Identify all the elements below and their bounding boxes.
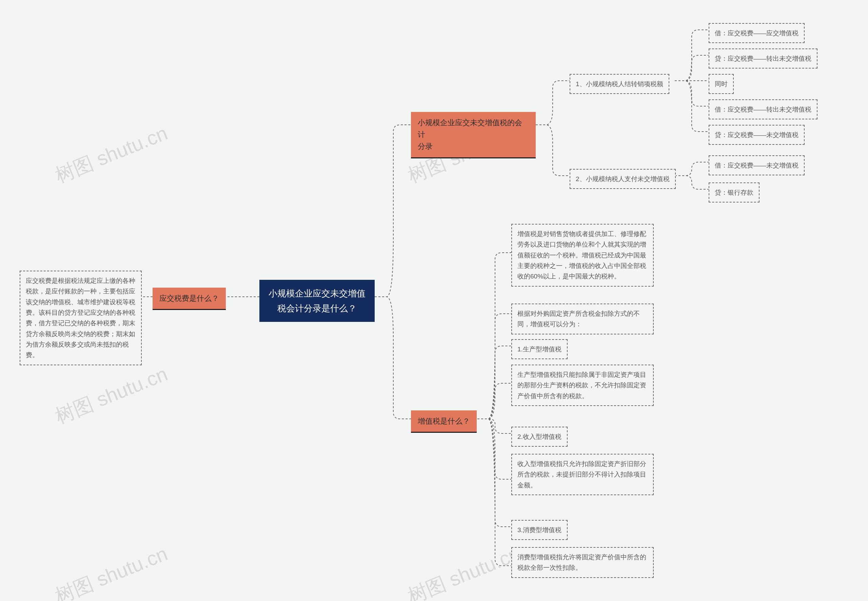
leaf-left-detail: 应交税费是根据税法规定应上缴的各种税款，是应付账款的一种，主要包括应该交纳的增值…	[20, 271, 142, 365]
r2-item-0: 增值税是对销售货物或者提供加工、修理修配劳务以及进口货物的单位和个人就其实现的增…	[511, 224, 654, 287]
sub1-item-4: 贷：应交税费——未交增值税	[709, 125, 805, 145]
sub1-item-3: 借：应交税费——转出未交增值税	[709, 99, 818, 119]
r2-item-3: 生产型增值税指只能扣除属于非固定资产项目的那部分生产资料的税款，不允许扣除固定资…	[511, 365, 654, 406]
branch-left[interactable]: 应交税费是什么？	[152, 288, 226, 310]
r2-item-1: 根据对外购固定资产所含税金扣除方式的不同，增值税可以分为：	[511, 304, 654, 334]
r2-item-4: 2.收入型增值税	[511, 427, 568, 447]
branch-right1[interactable]: 小规模企业应交未交增值税的会计分录	[411, 112, 536, 159]
root-node[interactable]: 小规模企业应交未交增值税会计分录是什么？	[259, 280, 375, 322]
branch-right2[interactable]: 增值税是什么？	[411, 410, 477, 433]
sub2-label[interactable]: 2、小规模纳税人支付未交增值税	[570, 169, 676, 189]
watermark: 树图 shutu.cn	[51, 120, 172, 189]
r2-item-2: 1.生产型增值税	[511, 339, 568, 359]
sub1-item-1: 贷：应交税费——转出未交增值税	[709, 49, 818, 69]
r2-item-6: 3.消费型增值税	[511, 520, 568, 540]
watermark: 树图 shutu.cn	[51, 361, 172, 430]
sub1-item-0: 借：应交税费——应交增值税	[709, 23, 805, 43]
sub1-label[interactable]: 1、小规模纳税人结转销项税额	[570, 74, 669, 94]
r2-item-7: 消费型增值税指允许将固定资产价值中所含的税款全部一次性扣除。	[511, 547, 654, 578]
r2-item-5: 收入型增值税指只允许扣除固定资产折旧部分所含的税款，未提折旧部分不得计入扣除项目…	[511, 454, 654, 495]
sub1-item-2: 同时	[709, 74, 734, 94]
sub2-item-0: 借：应交税费——未交增值税	[709, 156, 805, 175]
watermark: 树图 shutu.cn	[51, 541, 172, 601]
sub2-item-1: 贷：银行存款	[709, 183, 760, 203]
watermark: 树图 shutu.cn	[404, 541, 524, 601]
